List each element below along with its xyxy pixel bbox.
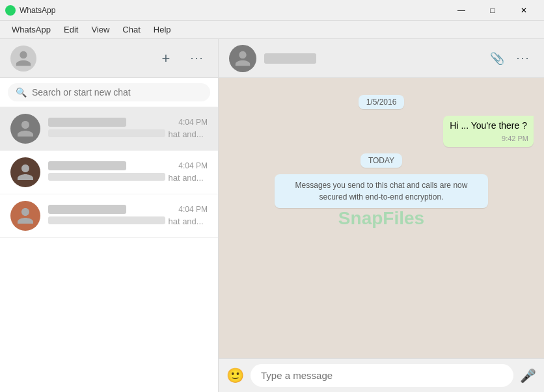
chat-avatar xyxy=(10,201,40,231)
chat-list: 4:04 PM hat and... 4 xyxy=(0,107,218,392)
chat-header: 📎 ··· xyxy=(219,39,544,78)
chat-item[interactable]: 4:04 PM hat and... xyxy=(0,194,218,238)
menu-help[interactable]: Help xyxy=(147,22,178,37)
left-header: + ··· xyxy=(0,39,218,78)
search-input[interactable] xyxy=(32,87,202,98)
search-bar: 🔍 xyxy=(0,78,218,107)
maximize-button[interactable]: □ xyxy=(478,0,508,21)
chat-top: 4:04 PM xyxy=(48,161,208,170)
menu-whatsapp[interactable]: WhatsApp xyxy=(5,22,57,37)
avatar-icon xyxy=(234,49,252,68)
search-icon: 🔍 xyxy=(16,87,27,98)
chat-body: SnapFiles 1/5/2016 Hi ... You're there ?… xyxy=(219,78,544,358)
profile-avatar[interactable] xyxy=(10,46,36,72)
chat-preview: hat and... xyxy=(48,214,208,227)
close-button[interactable]: ✕ xyxy=(509,0,539,21)
left-panel: + ··· 🔍 4:04 PM xyxy=(0,39,219,392)
attach-button[interactable]: 📎 xyxy=(487,48,508,69)
emoji-button[interactable]: 🙂 xyxy=(226,367,244,384)
chat-preview-blurred xyxy=(48,129,165,137)
chat-top: 4:04 PM xyxy=(48,205,208,214)
chat-header-actions: 📎 ··· xyxy=(487,48,534,69)
avatar-icon xyxy=(16,119,35,138)
profile-icon xyxy=(14,49,33,68)
chat-time: 4:04 PM xyxy=(178,118,208,127)
date-badge: 1/5/2016 xyxy=(359,95,405,109)
menu-view[interactable]: View xyxy=(85,22,116,37)
avatar-icon xyxy=(16,206,35,226)
title-bar: WhatsApp — □ ✕ xyxy=(0,0,544,21)
menu-bar: WhatsApp Edit View Chat Help xyxy=(0,21,544,39)
chat-preview-blurred xyxy=(48,173,165,181)
message-time: 9:42 PM xyxy=(502,134,528,144)
date-divider: 1/5/2016 xyxy=(229,95,534,109)
title-bar-controls: — □ ✕ xyxy=(446,0,539,21)
chat-header-left xyxy=(229,45,316,72)
more-options-button[interactable]: ··· xyxy=(513,48,534,69)
avatar-icon xyxy=(16,163,35,182)
message-row-sent: Hi ... You're there ? 9:42 PM xyxy=(229,116,534,147)
chat-preview: hat and... xyxy=(48,170,208,183)
chat-preview: hat and... xyxy=(48,127,208,140)
menu-edit[interactable]: Edit xyxy=(57,22,85,37)
message-bubble: Hi ... You're there ? 9:42 PM xyxy=(443,116,534,147)
chat-item[interactable]: 4:04 PM hat and... xyxy=(0,107,218,151)
right-panel: 📎 ··· SnapFiles 1/5/2016 Hi ... You're t… xyxy=(219,39,544,392)
active-chat-name xyxy=(264,53,316,64)
chat-preview-text: hat and... xyxy=(168,216,203,226)
active-chat-avatar[interactable] xyxy=(229,45,256,72)
chat-info: 4:04 PM hat and... xyxy=(48,118,208,140)
today-badge: TODAY xyxy=(360,153,402,168)
minimize-button[interactable]: — xyxy=(446,0,476,21)
mic-button[interactable]: 🎤 xyxy=(520,368,536,384)
message-text: Hi ... You're there ? xyxy=(450,120,527,131)
chat-name xyxy=(48,161,126,170)
search-wrapper: 🔍 xyxy=(8,83,210,101)
watermark: SnapFiles xyxy=(338,208,424,229)
menu-chat[interactable]: Chat xyxy=(116,22,146,37)
menu-more-button[interactable]: ··· xyxy=(187,48,208,69)
chat-name xyxy=(48,205,126,214)
message-input[interactable] xyxy=(251,364,513,387)
title-bar-left: WhatsApp xyxy=(5,5,55,16)
chat-input-bar: 🙂 🎤 xyxy=(219,358,544,392)
chat-preview-text: hat and... xyxy=(168,173,203,183)
chat-top: 4:04 PM xyxy=(48,118,208,127)
app-icon xyxy=(5,5,16,16)
chat-preview-blurred xyxy=(48,216,165,224)
chat-name xyxy=(48,118,126,127)
left-header-actions: + ··· xyxy=(156,48,208,69)
new-chat-button[interactable]: + xyxy=(156,48,176,69)
chat-info: 4:04 PM hat and... xyxy=(48,205,208,227)
chat-avatar xyxy=(10,157,40,187)
chat-time: 4:04 PM xyxy=(178,205,208,214)
today-divider: TODAY xyxy=(229,153,534,168)
app-title: WhatsApp xyxy=(20,6,55,15)
system-bubble: Messages you send to this chat and calls… xyxy=(275,174,488,208)
chat-time: 4:04 PM xyxy=(178,161,208,170)
system-message: Messages you send to this chat and calls… xyxy=(229,174,534,208)
main-layout: + ··· 🔍 4:04 PM xyxy=(0,39,544,392)
chat-info: 4:04 PM hat and... xyxy=(48,161,208,183)
chat-avatar xyxy=(10,114,40,144)
chat-item[interactable]: 4:04 PM hat and... xyxy=(0,151,218,194)
chat-preview-text: hat and... xyxy=(168,129,203,139)
